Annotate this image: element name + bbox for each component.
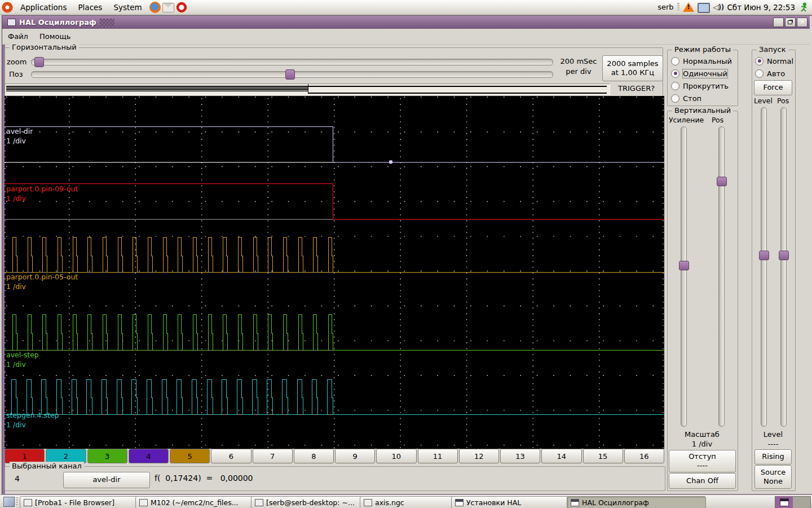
trace-scale-avel-step: 1 /div — [6, 360, 27, 369]
channel-button-10[interactable]: 10 — [376, 449, 416, 463]
firefox-launcher-icon[interactable] — [149, 2, 161, 13]
record-position-marker — [308, 84, 308, 94]
channel-button-13[interactable]: 13 — [500, 449, 540, 463]
channel-button-16[interactable]: 16 — [624, 449, 664, 463]
selected-channel-formula: f( 0,17424) = 0,00000 — [155, 474, 253, 483]
panel-menu-applications[interactable]: Applications — [15, 1, 72, 14]
trigger-level-readout-value: ---- — [752, 440, 795, 448]
run-mode-option-прокрутить[interactable]: Прокрутить — [671, 80, 738, 92]
scale-value: 1 /div — [667, 440, 737, 448]
logout-runner-icon[interactable] — [798, 2, 809, 12]
channel-button-7[interactable]: 7 — [253, 449, 293, 463]
trigger-pos-slider[interactable] — [780, 107, 787, 427]
offset-button[interactable]: Отступ ---- — [669, 450, 736, 472]
menu-file[interactable]: Файл — [2, 30, 34, 43]
time-per-div-value: 200 mSec — [556, 57, 601, 65]
trace-label-avel-step: avel-step — [6, 351, 39, 359]
trigger-option-normal[interactable]: Normal — [755, 55, 795, 67]
workspace-1[interactable] — [775, 497, 793, 508]
taskbar-window-3[interactable]: [serb@serb-desktop: ~... — [251, 496, 366, 508]
restore-button[interactable] — [785, 17, 796, 27]
horizontal-pos-slider-handle[interactable] — [285, 69, 295, 80]
desktop: ApplicationsPlacesSystem serb ◁)) Сбт Ию… — [0, 0, 812, 508]
trigger-option-авто[interactable]: Авто — [755, 67, 795, 80]
radio-icon[interactable] — [671, 82, 679, 90]
radio-icon[interactable] — [755, 69, 764, 78]
channel-button-15[interactable]: 15 — [583, 449, 623, 463]
vertical-pos-slider[interactable] — [718, 126, 725, 427]
trigger-pos-slider-handle[interactable] — [779, 251, 789, 260]
zoom-slider[interactable] — [31, 59, 553, 65]
menu-help[interactable]: Помощь — [34, 30, 76, 43]
close-button[interactable]: × — [797, 17, 807, 27]
channel-button-12[interactable]: 12 — [459, 449, 499, 463]
taskbar-window-1[interactable]: [Proba1 - File Browser] — [20, 496, 142, 508]
mail-launcher-icon[interactable] — [162, 3, 174, 12]
taskbar-window-4[interactable]: axis.ngc — [360, 496, 456, 508]
trigger-pos-label: Pos — [777, 97, 789, 105]
run-mode-option-нормальный[interactable]: Нормальный — [671, 55, 738, 67]
gain-slider[interactable] — [681, 126, 687, 427]
radio-icon[interactable] — [755, 57, 764, 65]
distro-menu-icon[interactable] — [2, 2, 13, 13]
record-remainder — [308, 86, 607, 94]
trace-scale-avel-dir: 1 /div — [6, 137, 27, 145]
trigger-group-label: Запуск — [757, 45, 788, 54]
taskbar-window-6[interactable]: HAL Осциллограф — [567, 496, 706, 508]
trigger-group: Запуск NormalАвто — [752, 50, 796, 491]
taskbar-window-5[interactable]: Установки HAL — [451, 496, 572, 508]
channel-button-6[interactable]: 6 — [211, 449, 251, 463]
grid-row-dots — [6, 97, 654, 445]
trigger-level-slider[interactable] — [761, 107, 767, 427]
clock-label[interactable]: Сбт Июн 9, 22:53 — [727, 3, 795, 12]
window-titlebar[interactable]: HAL Осциллограф – × — [2, 16, 810, 29]
taskbar-window-icon — [571, 499, 579, 506]
channel-button-4[interactable]: 4 — [129, 449, 169, 463]
chan-off-button[interactable]: Chan Off — [669, 473, 736, 489]
force-button[interactable]: Force — [754, 80, 792, 95]
trace-scale-parport.0.pin-09-out: 1 /div — [6, 194, 27, 203]
gain-slider-handle[interactable] — [679, 261, 689, 270]
workspace-switcher[interactable] — [775, 496, 811, 508]
window-title: HAL Осциллограф — [19, 18, 96, 27]
selected-channel-name-button[interactable]: avel-dir — [63, 472, 150, 488]
trace-parport.0.pin-09-out — [5, 184, 664, 220]
vertical-pos-slider-handle[interactable] — [717, 177, 727, 186]
help-launcher-icon[interactable] — [176, 2, 187, 13]
channel-button-11[interactable]: 11 — [418, 449, 458, 463]
trace-label-parport.0.pin-09-out: parport.0.pin-09-out — [6, 185, 78, 193]
taskbar-window-2[interactable]: M102 (~/emc2/nc_files... — [135, 496, 257, 508]
panel-menu-places[interactable]: Places — [72, 1, 108, 14]
volume-icon[interactable]: ◁)) — [713, 3, 724, 11]
radio-icon[interactable] — [671, 69, 679, 78]
taskbar-window-icon — [455, 499, 464, 506]
minimize-button[interactable]: – — [773, 17, 784, 27]
update-warning-icon[interactable] — [683, 2, 694, 12]
trigger-level-label: Level — [754, 97, 773, 105]
panel-menu-system[interactable]: System — [108, 1, 147, 14]
channel-button-9[interactable]: 9 — [335, 449, 375, 463]
channel-button-5[interactable]: 5 — [170, 449, 210, 463]
panel-menus: ApplicationsPlacesSystem — [15, 1, 148, 14]
source-button[interactable]: Source None — [754, 465, 792, 489]
trigger-level-slider-handle[interactable] — [759, 251, 769, 260]
channel-button-8[interactable]: 8 — [294, 449, 334, 463]
radio-icon[interactable] — [671, 57, 679, 65]
gain-label: Усиление — [669, 116, 704, 124]
horizontal-pos-slider[interactable] — [31, 71, 553, 78]
taskbar: [Proba1 - File Browser]M102 (~/emc2/nc_f… — [0, 494, 812, 508]
trace-label-stepgen.4.step: stepgen.4.step — [6, 411, 59, 419]
username-label[interactable]: serb — [657, 3, 673, 11]
network-display-icon[interactable] — [698, 3, 710, 13]
channel-button-14[interactable]: 14 — [541, 449, 581, 463]
samples-button[interactable]: 2000 samples at 1,00 КГц — [602, 55, 663, 81]
zoom-slider-handle[interactable] — [34, 57, 44, 67]
channel-button-3[interactable]: 3 — [87, 449, 127, 463]
run-mode-option-одиночный[interactable]: Одиночный — [671, 67, 738, 80]
radio-icon[interactable] — [671, 94, 679, 103]
run-mode-option-стоп[interactable]: Стоп — [671, 92, 738, 104]
rising-button[interactable]: Rising — [754, 449, 792, 465]
taskbar-grip — [16, 497, 18, 506]
workspace-2[interactable] — [793, 497, 810, 508]
show-desktop-icon[interactable] — [3, 497, 15, 507]
